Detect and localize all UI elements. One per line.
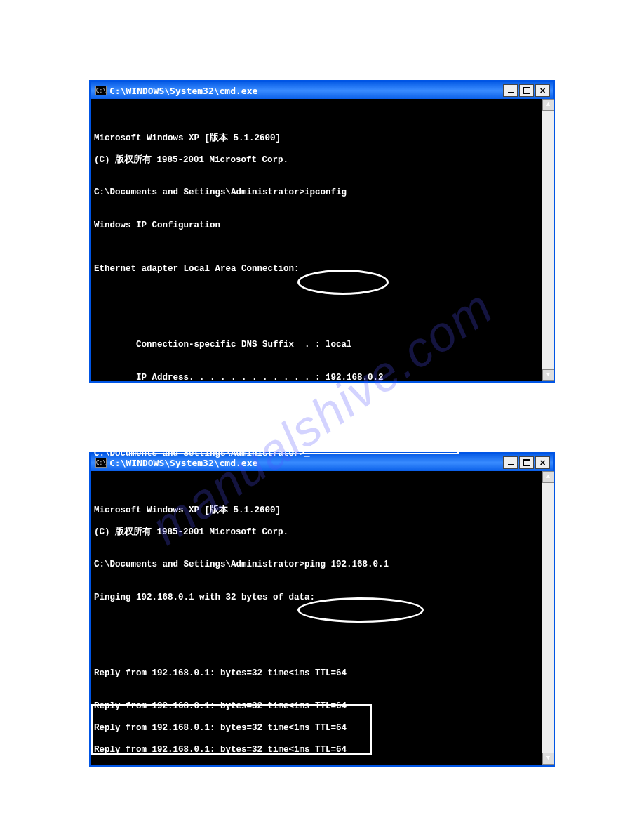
window-controls: [503, 84, 550, 97]
terminal-line: Reply from 192.168.0.1: bytes=32 time<1m…: [94, 701, 550, 713]
highlight-box: [129, 402, 459, 454]
terminal-line: (C) 版权所有 1985-2001 Microsoft Corp.: [94, 527, 550, 538]
terminal-line: Packets: Sent = 4, Received = 4, Lost = …: [94, 799, 550, 810]
terminal-line: Pinging 192.168.0.1 with 32 bytes of dat…: [94, 593, 550, 604]
terminal-line: Ethernet adapter Local Area Connection:: [94, 264, 550, 275]
terminal-line: C:\Documents and Settings\Administrator>…: [94, 560, 550, 571]
cmd-icon: C:\: [95, 86, 107, 95]
terminal-line: C:\Documents and Settings\Administrator>…: [94, 187, 550, 199]
terminal-line: Reply from 192.168.0.1: bytes=32 time<1m…: [94, 745, 550, 756]
cmd-window-ipconfig: C:\ C:\WINDOWS\System32\cmd.exe Microsof…: [90, 81, 554, 382]
terminal-line: Ping statistics for 192.168.0.1:: [94, 777, 550, 788]
close-button[interactable]: [535, 84, 550, 97]
terminal-line: C:\Documents and Settings\Administrator>…: [94, 449, 550, 460]
terminal-line: (C) 版权所有 1985-2001 Microsoft Corp.: [94, 155, 550, 166]
minimize-button[interactable]: [503, 84, 518, 97]
terminal-line: Microsoft Windows XP [版本 5.1.2600]: [94, 133, 550, 145]
terminal-body[interactable]: Microsoft Windows XP [版本 5.1.2600] (C) 版…: [91, 471, 553, 764]
terminal-line: Reply from 192.168.0.1: bytes=32 time<1m…: [94, 723, 550, 734]
window-title: C:\WINDOWS\System32\cmd.exe: [109, 86, 503, 96]
terminal-output: Microsoft Windows XP [版本 5.1.2600] (C) 版…: [94, 122, 550, 482]
scroll-up-button[interactable]: ▲: [542, 99, 554, 111]
titlebar[interactable]: C:\ C:\WINDOWS\System32\cmd.exe: [91, 82, 553, 99]
terminal-body[interactable]: Microsoft Windows XP [版本 5.1.2600] (C) 版…: [91, 99, 553, 381]
terminal-line: Windows IP Configuration: [94, 220, 550, 232]
cmd-window-ping: C:\ C:\WINDOWS\System32\cmd.exe Microsof…: [90, 454, 554, 765]
maximize-button[interactable]: [519, 84, 534, 97]
terminal-line: Connection-specific DNS Suffix . : local: [94, 340, 550, 351]
terminal-line: Default Gateway . . . . . . . . . : 192.…: [94, 416, 550, 428]
terminal-line: IP Address. . . . . . . . . . . . : 192.…: [94, 373, 550, 384]
terminal-line: Reply from 192.168.0.1: bytes=32 time<1m…: [94, 668, 550, 680]
terminal-line: Subnet Mask . . . . . . . . . . . : 255.…: [94, 395, 550, 406]
terminal-output: Microsoft Windows XP [版本 5.1.2600] (C) 版…: [94, 494, 550, 834]
terminal-line: Microsoft Windows XP [版本 5.1.2600]: [94, 505, 550, 517]
terminal-line: Approximate round trip times in milli-se…: [94, 821, 550, 832]
